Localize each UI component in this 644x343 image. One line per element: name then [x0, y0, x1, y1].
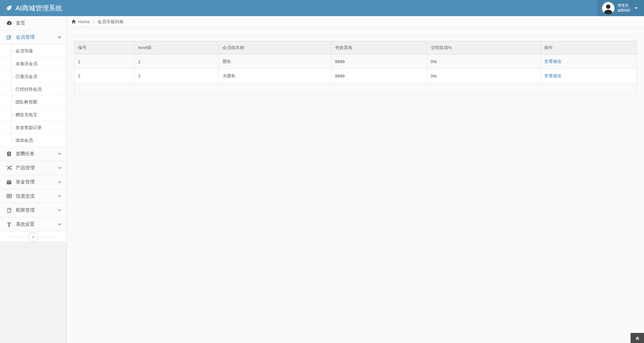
cell-level: 2 — [135, 69, 219, 83]
avatar — [602, 2, 614, 14]
main-content: Home › 会员等级列表 编号 level级 会员组名称 有效直推 业绩提成% — [67, 16, 644, 343]
chevron-down-icon — [57, 194, 62, 198]
cell-group-name: 大团长 — [219, 69, 331, 83]
brand-title: AI商城管理系统 — [15, 4, 62, 13]
table-header-row: 编号 level级 会员组名称 有效直推 业绩提成% 操作 — [75, 41, 637, 54]
cell-direct-referrals: 9999 — [331, 69, 427, 83]
shuffle-icon — [6, 165, 12, 171]
divider — [74, 36, 637, 37]
chevron-down-icon — [57, 180, 62, 184]
sidebar-nav: 首页 会员管理 会员等级 未激活会员 已激活会员 已经封停会员 — [0, 16, 66, 231]
view-edit-link[interactable]: 查看修改 — [544, 59, 562, 64]
breadcrumb-separator: › — [93, 19, 95, 25]
cell-actions: 查看修改 — [541, 69, 637, 83]
column-header-level: level级 — [135, 41, 219, 54]
list-icon — [6, 193, 12, 199]
member-management-submenu: 会员等级 未激活会员 已激活会员 已经封停会员 团队树形图 赠送充电宝 发放奖励… — [0, 44, 66, 147]
cell-no: 2 — [75, 69, 135, 83]
sidebar-item-label: 会员管理 — [16, 34, 54, 40]
sidebar-subitem-banned-members[interactable]: 已经封停会员 — [0, 83, 66, 95]
sidebar-collapse-button[interactable]: « — [29, 232, 38, 242]
sidebar-item-label: 资金管理 — [16, 179, 54, 185]
leaf-icon — [5, 5, 12, 12]
table-footer-row — [75, 83, 637, 95]
table-footer-cell — [75, 83, 637, 95]
sidebar-item-information-exchange[interactable]: 信息交流 — [0, 189, 66, 203]
chevron-down-icon — [57, 222, 62, 226]
brand[interactable]: AI商城管理系统 — [0, 0, 62, 16]
dashboard-icon — [6, 20, 12, 26]
chevron-down-icon — [57, 208, 62, 212]
column-header-group-name: 会员组名称 — [219, 41, 331, 54]
chevron-down-icon — [57, 166, 62, 170]
edit-icon — [6, 35, 12, 40]
sidebar-item-label: 产品管理 — [16, 165, 54, 171]
sidebar-subitem-gift-powerbank[interactable]: 赠送充电宝 — [0, 108, 66, 121]
sidebar-item-permission-management[interactable]: 权限管理 — [0, 203, 66, 217]
sidebar-item-label: 首页 — [16, 20, 62, 26]
breadcrumb-home-link[interactable]: Home — [78, 19, 90, 24]
cell-group-name: 团长 — [219, 54, 331, 69]
sidebar: 首页 会员管理 会员等级 未激活会员 已激活会员 已经封停会员 — [0, 16, 67, 343]
double-chevron-up-icon — [635, 336, 640, 341]
calendar-icon — [6, 179, 12, 185]
cell-no: 1 — [75, 54, 135, 69]
page-body: 编号 level级 会员组名称 有效直推 业绩提成% 操作 1 1 团长 999… — [67, 28, 644, 95]
top-navbar: AI商城管理系统 管理员 admin — [0, 0, 644, 16]
chevron-down-icon — [57, 35, 62, 39]
sidebar-item-member-management[interactable]: 会员管理 — [0, 30, 66, 44]
sidebar-item-product-management[interactable]: 产品管理 — [0, 161, 66, 175]
sidebar-subitem-unactivated-members[interactable]: 未激活会员 — [0, 57, 66, 70]
sidebar-subitem-add-member[interactable]: 添加会员 — [0, 134, 66, 146]
sidebar-item-label: 系统设置 — [16, 221, 54, 227]
sidebar-subitem-activated-members[interactable]: 已激活会员 — [0, 70, 66, 83]
sidebar-subitem-team-tree[interactable]: 团队树形图 — [0, 95, 66, 108]
cell-actions: 查看修改 — [541, 54, 637, 69]
sidebar-subitem-reward-records[interactable]: 发放奖励记录 — [0, 121, 66, 134]
member-level-table: 编号 level级 会员组名称 有效直推 业绩提成% 操作 1 1 团长 999… — [74, 41, 637, 95]
sidebar-collapse-row: « — [0, 231, 66, 242]
user-menu[interactable]: 管理员 admin — [597, 0, 644, 16]
user-name: admin — [617, 7, 630, 13]
sidebar-item-fund-management[interactable]: 资金管理 — [0, 175, 66, 189]
book-icon — [6, 151, 12, 157]
scroll-to-top-button[interactable] — [631, 333, 644, 343]
table-row: 1 1 团长 9999 0% 查看修改 — [75, 54, 637, 69]
table-row: 2 2 大团长 9999 0% 查看修改 — [75, 69, 637, 83]
user-role: 管理员 — [617, 3, 630, 8]
text-icon — [6, 222, 12, 227]
column-header-actions: 操作 — [541, 41, 637, 54]
cell-commission: 0% — [427, 69, 541, 83]
sidebar-item-post-tasks[interactable]: 发圈任务 — [0, 147, 66, 161]
sidebar-item-label: 发圈任务 — [16, 151, 54, 157]
column-header-direct-referrals: 有效直推 — [331, 41, 427, 54]
file-icon — [6, 208, 12, 213]
user-info: 管理员 admin — [617, 3, 630, 13]
column-header-commission: 业绩提成% — [427, 41, 541, 54]
sidebar-item-system-settings[interactable]: 系统设置 — [0, 217, 66, 231]
chevron-down-icon — [635, 7, 638, 9]
chevron-down-icon — [57, 152, 62, 156]
sidebar-subitem-member-level[interactable]: 会员等级 — [0, 44, 66, 57]
sidebar-item-home[interactable]: 首页 — [0, 16, 66, 30]
home-icon — [71, 19, 76, 24]
breadcrumb-current: 会员等级列表 — [97, 19, 124, 25]
view-edit-link[interactable]: 查看修改 — [544, 73, 562, 78]
breadcrumb: Home › 会员等级列表 — [67, 16, 644, 28]
cell-level: 1 — [135, 54, 219, 69]
sidebar-item-label: 权限管理 — [16, 207, 54, 213]
sidebar-item-label: 信息交流 — [16, 193, 54, 199]
column-header-no: 编号 — [75, 41, 135, 54]
cell-direct-referrals: 9999 — [331, 54, 427, 69]
cell-commission: 0% — [427, 54, 541, 69]
